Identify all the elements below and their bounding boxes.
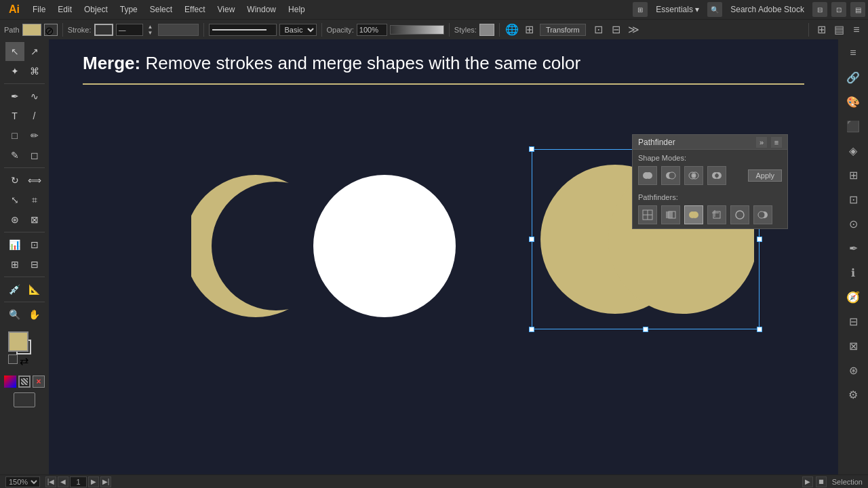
reflect-tool[interactable]: ⟺ <box>25 171 44 190</box>
pathfinder-panel-icon[interactable]: ⊛ <box>842 359 864 381</box>
symbol-tool[interactable]: ⊟ <box>25 255 44 274</box>
opacity-input[interactable] <box>357 24 387 36</box>
brush-stroke-preview[interactable] <box>209 24 277 36</box>
navigator-icon[interactable]: 🧭 <box>842 286 864 308</box>
lasso-tool[interactable]: ⌘ <box>25 62 44 81</box>
menu-edit[interactable]: Edit <box>52 0 77 19</box>
transform-button[interactable]: Transform <box>540 24 586 36</box>
prev-btn[interactable]: ◀ <box>58 476 68 487</box>
properties-panel-icon[interactable]: ≡ <box>842 42 864 64</box>
more-icon[interactable]: ≫ <box>627 22 642 37</box>
menu-effect[interactable]: Effect <box>179 0 210 19</box>
styles-preview[interactable] <box>479 24 494 36</box>
artboards-icon[interactable]: ⊡ <box>842 188 864 210</box>
shape-mode-intersect[interactable] <box>684 166 703 185</box>
search-icon[interactable]: 🔍 <box>707 2 722 17</box>
swatches-icon[interactable]: ⬛ <box>842 115 864 137</box>
workspace-icon[interactable]: ⊞ <box>633 2 648 17</box>
fill-icon[interactable]: ⊘ <box>44 24 58 36</box>
pathfinder-merge[interactable] <box>684 205 703 224</box>
stroke-color[interactable] <box>94 24 113 36</box>
warp-tool[interactable]: ⊛ <box>5 210 24 229</box>
brushes-icon[interactable]: ✒ <box>842 237 864 259</box>
selection-tool[interactable]: ↖ <box>5 42 24 61</box>
eyedropper-tool[interactable]: 💉 <box>5 280 24 299</box>
essentials-label[interactable]: Essentials ▾ <box>652 3 703 16</box>
stroke-dash-input[interactable] <box>158 24 199 36</box>
stroke-spinner[interactable]: ▲ ▼ <box>146 24 155 36</box>
handle-ml[interactable] <box>529 237 534 242</box>
pen-tool[interactable]: ✒ <box>5 87 24 106</box>
shape-mode-minus-front[interactable] <box>661 166 680 185</box>
magic-wand-tool[interactable]: ✦ <box>5 62 24 81</box>
pattern-swatch[interactable] <box>18 375 31 388</box>
eraser-tool[interactable]: ◻ <box>25 146 44 165</box>
pencil-tool[interactable]: ✎ <box>5 146 24 165</box>
info-icon[interactable]: ℹ <box>842 262 864 283</box>
menu-type[interactable]: Type <box>115 0 143 19</box>
blend-mode-select[interactable]: Basic <box>279 24 317 36</box>
symbols-icon[interactable]: ⊙ <box>842 213 864 235</box>
slice-tool[interactable]: ⊞ <box>5 255 24 274</box>
pathfinder-outline[interactable] <box>730 205 749 224</box>
menu-file[interactable]: File <box>27 0 51 19</box>
width-tool[interactable]: ⊠ <box>25 210 44 229</box>
properties-icon[interactable]: ▤ <box>831 22 846 37</box>
color-panel-icon[interactable]: 🎨 <box>842 91 864 113</box>
prev-artboard-btn[interactable]: |◀ <box>45 476 56 487</box>
paintbrush-tool[interactable]: ✏ <box>25 126 44 145</box>
handle-mr[interactable] <box>757 237 762 242</box>
menu-view[interactable]: View <box>212 0 241 19</box>
curvature-tool[interactable]: ∿ <box>25 87 44 106</box>
menu-select[interactable]: Select <box>144 0 178 19</box>
zoom-select[interactable]: 150% <box>5 476 40 487</box>
layers-icon[interactable]: ⊞ <box>842 164 864 186</box>
opacity-slider[interactable] <box>390 25 444 35</box>
link-icon[interactable]: 🔗 <box>842 66 864 88</box>
fill-color[interactable] <box>22 24 41 36</box>
pathfinder-crop[interactable] <box>707 205 726 224</box>
swap-icon[interactable]: ⇄ <box>20 354 29 364</box>
none-icon[interactable]: × <box>33 375 45 388</box>
canvas-icon-btn[interactable] <box>14 392 35 407</box>
type-tool[interactable]: T <box>5 106 24 125</box>
menu-window[interactable]: Window <box>241 0 281 19</box>
none-swatch[interactable] <box>8 354 18 364</box>
hand-tool[interactable]: ✋ <box>25 305 44 324</box>
appearance-icon[interactable]: ◈ <box>842 140 864 161</box>
pathfinder-apply-btn[interactable]: Apply <box>748 169 782 182</box>
search-stock[interactable]: Search Adobe Stock <box>726 3 808 16</box>
transform-panel-icon[interactable]: ⊠ <box>842 335 864 357</box>
pathfinder-expand-btn[interactable]: » <box>756 137 767 148</box>
pathfinder-divide[interactable] <box>638 205 657 224</box>
fill-swatch[interactable] <box>8 331 28 352</box>
transform-grid-icon[interactable]: ⊞ <box>522 22 537 37</box>
handle-tl[interactable] <box>529 146 534 152</box>
direct-selection-tool[interactable]: ↗ <box>25 42 44 61</box>
rect-tool[interactable]: □ <box>5 126 24 145</box>
handle-bm[interactable] <box>643 327 648 332</box>
arrange-icon[interactable]: ⊟ <box>609 22 624 37</box>
globe-icon[interactable]: 🌐 <box>505 22 519 37</box>
next-artboard-btn[interactable]: ▶| <box>100 476 111 487</box>
scale-tool[interactable]: ⤡ <box>5 190 24 209</box>
nav-icon-1[interactable]: ⊟ <box>812 2 827 17</box>
handle-bl[interactable] <box>529 327 534 332</box>
pathfinder-menu-btn[interactable]: ≡ <box>771 137 782 148</box>
shape-mode-exclude[interactable] <box>707 166 726 185</box>
artboard-tool[interactable]: ⊡ <box>25 235 44 254</box>
settings-icon[interactable]: ⚙ <box>842 384 864 405</box>
align-panel-icon[interactable]: ⊟ <box>842 310 864 332</box>
measure-tool[interactable]: 📐 <box>25 280 44 299</box>
line-tool[interactable]: / <box>25 106 44 125</box>
nav-icon-2[interactable]: ⊡ <box>831 2 846 17</box>
rotate-tool[interactable]: ↻ <box>5 171 24 190</box>
shear-tool[interactable]: ⌗ <box>25 190 44 209</box>
stroke-width-input[interactable] <box>116 24 143 36</box>
zoom-tool[interactable]: 🔍 <box>5 305 24 324</box>
stop-btn[interactable]: ⏹ <box>816 476 827 487</box>
shape-mode-unite[interactable] <box>638 166 657 185</box>
pathfinder-minus-back[interactable] <box>753 205 772 224</box>
options-icon[interactable]: ≡ <box>849 22 864 37</box>
artboard-number-input[interactable] <box>70 476 87 487</box>
